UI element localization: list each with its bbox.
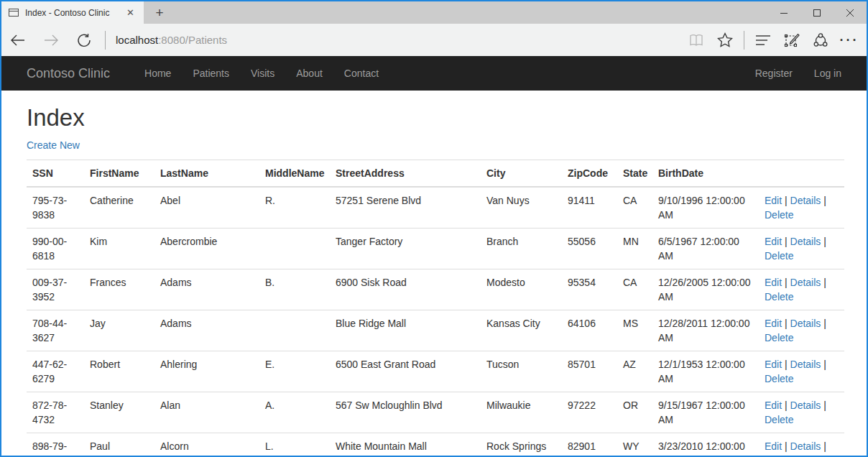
window-close-button[interactable]	[834, 1, 867, 24]
header-birthdate: BirthDate	[652, 160, 759, 188]
nav-item-contact[interactable]: Contact	[333, 68, 389, 79]
cell-firstname: Frances	[84, 269, 154, 310]
cell-streetaddress: Tanger Factory	[330, 228, 481, 269]
page-title: Index	[27, 105, 841, 131]
forward-arrow-icon	[43, 34, 59, 47]
delete-link[interactable]: Delete	[765, 455, 793, 456]
cell-actions: Edit | Details | Delete	[759, 187, 844, 228]
browser-tab[interactable]: Index - Contoso Clinic ✕	[1, 1, 144, 24]
favorites-button[interactable]	[711, 24, 739, 56]
star-icon	[717, 32, 733, 47]
back-arrow-icon	[10, 34, 26, 47]
refresh-icon	[77, 33, 91, 47]
cell-birthdate: 9/15/1967 12:00:00 AM	[652, 392, 759, 433]
edit-link[interactable]: Edit	[765, 195, 782, 206]
back-button[interactable]	[1, 24, 34, 56]
table-row: 708-44-3627 Jay Adams Blue Ridge Mall Ka…	[27, 310, 844, 351]
toolbar-separator	[105, 31, 106, 50]
web-note-icon	[784, 32, 800, 48]
cell-birthdate: 12/1/1953 12:00:00 AM	[652, 351, 759, 392]
nav-item-visits[interactable]: Visits	[240, 68, 285, 79]
nav-item-login[interactable]: Log in	[803, 68, 852, 79]
delete-link[interactable]: Delete	[765, 250, 793, 262]
details-link[interactable]: Details	[790, 400, 821, 411]
tab-title: Index - Contoso Clinic	[25, 8, 116, 18]
ellipsis-icon: ···	[840, 37, 859, 44]
share-button[interactable]	[806, 24, 835, 56]
maximize-icon	[813, 9, 821, 17]
edit-link[interactable]: Edit	[765, 318, 782, 329]
share-icon	[812, 32, 829, 48]
cell-zipcode: 55056	[562, 228, 617, 269]
details-link[interactable]: Details	[790, 440, 821, 452]
nav-item-home[interactable]: Home	[134, 68, 182, 79]
refresh-button[interactable]	[68, 24, 101, 56]
address-bar[interactable]: localhost:8080/Patients	[110, 34, 682, 46]
nav-item-patients[interactable]: Patients	[182, 68, 240, 79]
cell-state: MS	[617, 310, 652, 351]
cell-zipcode: 97222	[562, 392, 617, 433]
cell-city: Rock Springs	[481, 433, 562, 456]
brand-link[interactable]: Contoso Clinic	[16, 66, 121, 81]
cell-middlename: A.	[259, 392, 330, 433]
cell-state: CA	[617, 269, 652, 310]
web-note-button[interactable]	[777, 24, 806, 56]
cell-middlename: B.	[259, 269, 330, 310]
forward-button[interactable]	[34, 24, 68, 56]
details-link[interactable]: Details	[790, 359, 821, 370]
cell-middlename	[259, 310, 330, 351]
header-middlename: MiddleName	[259, 160, 330, 188]
table-row: 898-79-8731 Paul Alcorn L. White Mountai…	[27, 433, 844, 456]
edit-link[interactable]: Edit	[765, 400, 782, 411]
edit-link[interactable]: Edit	[765, 359, 782, 370]
delete-link[interactable]: Delete	[765, 332, 793, 343]
hub-lines-icon	[755, 34, 771, 46]
cell-birthdate: 9/10/1996 12:00:00 AM	[652, 187, 759, 228]
details-link[interactable]: Details	[790, 195, 821, 206]
cell-ssn: 872-78-4732	[27, 392, 84, 433]
cell-lastname: Abel	[154, 187, 259, 228]
window-minimize-button[interactable]	[767, 1, 800, 24]
cell-lastname: Alcorn	[154, 433, 259, 456]
cell-ssn: 795-73-9838	[27, 187, 84, 228]
cell-lastname: Adams	[154, 269, 259, 310]
delete-link[interactable]: Delete	[765, 209, 793, 221]
tab-close-icon[interactable]: ✕	[123, 6, 138, 19]
tab-strip: Index - Contoso Clinic ✕ +	[1, 1, 867, 24]
cell-zipcode: 64106	[562, 310, 617, 351]
delete-link[interactable]: Delete	[765, 291, 793, 303]
hub-button[interactable]	[749, 24, 777, 56]
edit-link[interactable]: Edit	[765, 277, 782, 288]
cell-streetaddress: White Mountain Mall	[330, 433, 481, 456]
cell-city: Modesto	[481, 269, 562, 310]
nav-item-about[interactable]: About	[285, 68, 333, 79]
create-new-link[interactable]: Create New	[27, 138, 80, 152]
reading-view-button[interactable]	[682, 24, 711, 56]
delete-link[interactable]: Delete	[765, 373, 793, 384]
edit-link[interactable]: Edit	[765, 440, 782, 452]
book-icon	[688, 34, 704, 47]
header-streetaddress: StreetAddress	[330, 160, 481, 188]
window-maximize-button[interactable]	[800, 1, 834, 24]
browser-toolbar: localhost:8080/Patients	[1, 24, 867, 56]
cell-city: Branch	[481, 228, 562, 269]
cell-middlename	[259, 228, 330, 269]
minimize-icon	[780, 9, 788, 17]
cell-lastname: Alan	[154, 392, 259, 433]
details-link[interactable]: Details	[790, 318, 821, 329]
delete-link[interactable]: Delete	[765, 414, 793, 425]
details-link[interactable]: Details	[790, 277, 821, 288]
header-actions	[759, 160, 844, 188]
settings-more-button[interactable]: ···	[835, 24, 864, 56]
edit-link[interactable]: Edit	[765, 236, 782, 247]
new-tab-button[interactable]: +	[144, 1, 175, 24]
site-navbar: Contoso Clinic Home Patients Visits Abou…	[1, 56, 867, 91]
cell-birthdate: 12/28/2011 12:00:00 AM	[652, 310, 759, 351]
cell-city: Tucson	[481, 351, 562, 392]
nav-item-register[interactable]: Register	[744, 68, 803, 79]
details-link[interactable]: Details	[790, 236, 821, 247]
cell-middlename: L.	[259, 433, 330, 456]
cell-birthdate: 3/23/2010 12:00:00 AM	[652, 433, 759, 456]
cell-lastname: Adams	[154, 310, 259, 351]
cell-city: Kansas City	[481, 310, 562, 351]
